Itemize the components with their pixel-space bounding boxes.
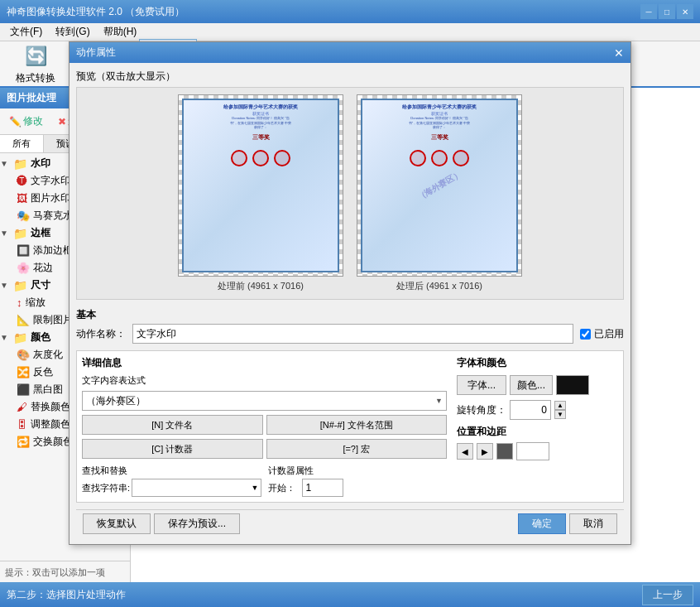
counter-row: 开始： (268, 479, 448, 497)
action-name-input[interactable] (132, 324, 573, 344)
enabled-checkbox[interactable] (580, 329, 591, 340)
right-section: 字体和颜色 字体... 颜色... 旋转角度： ▲ ▼ (457, 356, 618, 497)
img-watermark-icon: 🖼 (17, 192, 27, 205)
prev-step-button[interactable]: 上一步 (642, 585, 693, 605)
preview-section: 预览（双击放大显示） 给参加国际青少年艺术大赛的获奖 获奖证书 Donation… (76, 70, 624, 300)
hint-text: 提示：双击可以添加一项 (0, 563, 130, 582)
cancel-button[interactable]: 取消 (569, 513, 617, 534)
maximize-button[interactable]: □ (659, 4, 675, 19)
text-watermark-icon: 🅣 (17, 175, 27, 187)
seal-a2 (431, 150, 448, 166)
app-title: 神奇图像转换处理软件 2.0 （免费试用） (7, 5, 185, 19)
delete-icon: ✖ (58, 116, 66, 128)
start-value-input[interactable] (302, 479, 343, 497)
modal-body: 预览（双击放大显示） 给参加国际青少年艺术大赛的获奖 获奖证书 Donation… (70, 63, 630, 544)
folder-size-icon: 📁 (13, 279, 27, 292)
font-color-row: 字体... 颜色... (457, 375, 618, 395)
find-replace-section: 查找和替换 查找字符串: ▼ (82, 465, 261, 497)
color-label-btn: 颜色... (510, 375, 553, 395)
rotation-up-btn[interactable]: ▲ (554, 401, 566, 410)
btn-row-1: [N] 文件名 [N#-#] 文件名范围 (82, 415, 447, 435)
invert-icon: 🔀 (17, 366, 30, 378)
rotation-label: 旋转角度： (457, 403, 506, 417)
rotation-input[interactable] (510, 400, 551, 420)
find-input-row: 查找字符串: ▼ (82, 479, 261, 497)
expr-combo[interactable]: （海外赛区） ▼ (82, 391, 447, 411)
seal-a3 (453, 150, 469, 166)
pos-input[interactable] (516, 442, 549, 460)
watermark-overlay: （海外赛区） (415, 168, 464, 203)
modify-button[interactable]: ✏️ 修改 (3, 112, 49, 131)
toolbar-format-convert[interactable]: 🔄 格式转换 (7, 39, 65, 89)
limit-size-icon: 📐 (17, 314, 30, 326)
rotation-row: 旋转角度： ▲ ▼ (457, 400, 618, 420)
preview-label: 预览（双击放大显示） (76, 70, 624, 84)
seal-a1 (410, 150, 426, 166)
content-expr-label: 文字内容表达式 (82, 374, 447, 387)
expand-color-icon: ▼ (0, 333, 10, 342)
color-swatch[interactable] (556, 375, 589, 395)
seal-1 (231, 150, 247, 166)
expand-watermark-icon: ▼ (0, 159, 10, 168)
position-arrows: ◀ ▶ (457, 442, 618, 460)
expr-value: （海外赛区） (86, 394, 146, 408)
fr-counter-row: 查找和替换 查找字符串: ▼ 计数器属性 (82, 465, 447, 497)
hint-divider (0, 561, 130, 561)
add-border-icon: 🔲 (17, 244, 30, 257)
combo-arrow-icon: ▼ (435, 397, 443, 405)
tab-all[interactable]: 所有 (0, 135, 44, 152)
detail-section-title: 详细信息 (82, 356, 447, 370)
grayscale-icon: 🎨 (17, 349, 30, 361)
find-string-label: 查找字符串: (82, 482, 130, 494)
macro-btn[interactable]: [=?] 宏 (266, 439, 448, 459)
toolbar-format-label: 格式转换 (16, 71, 55, 85)
modal-overlay: 动作属性 ✕ 预览（双击放大显示） 给参加国际青少年艺术大赛的获奖 获奖证书 (0, 23, 700, 607)
folder-watermark-icon: 📁 (13, 157, 27, 171)
action-name-label: 动作名称： (76, 327, 126, 341)
after-image[interactable]: 给参加国际青少年艺术大赛的获奖 获奖证书 Donation Notes: 同学你… (357, 94, 522, 277)
rotation-spin-buttons: ▲ ▼ (554, 401, 566, 419)
basic-section: 基本 动作名称： 已启用 (76, 306, 624, 344)
position-section: 位置和边距 ◀ ▶ (457, 425, 618, 460)
enabled-checkbox-label[interactable]: 已启用 (580, 327, 624, 341)
bw-icon: ⬛ (17, 383, 30, 396)
pos-left-btn[interactable]: ◀ (457, 443, 473, 460)
swap-channel-icon: 🔁 (17, 436, 30, 448)
minimize-button[interactable]: ─ (640, 4, 657, 19)
modal-close-button[interactable]: ✕ (614, 46, 624, 60)
cert-award-text: 三等奖 (252, 133, 270, 142)
footer-right: 确定 取消 (518, 513, 617, 534)
counter-section-label: 计数器属性 (268, 465, 448, 477)
ok-button[interactable]: 确定 (518, 513, 566, 534)
seal-2 (252, 150, 269, 166)
pos-center-btn[interactable] (496, 443, 513, 460)
folder-color-icon: 📁 (13, 331, 27, 344)
save-preset-button[interactable]: 保存为预设... (154, 513, 240, 534)
status-bar: 第二步：选择图片处理动作 上一步 (0, 582, 700, 607)
basic-section-title: 基本 (76, 308, 624, 322)
before-caption: 处理前 (4961 x 7016) (218, 280, 304, 292)
counter-btn[interactable]: [C] 计数器 (82, 439, 263, 459)
footer-left: 恢复默认 保存为预设... (83, 513, 240, 534)
pos-right-btn[interactable]: ▶ (477, 443, 493, 460)
font-button[interactable]: 字体... (457, 375, 506, 395)
filename-range-btn[interactable]: [N#-#] 文件名范围 (266, 415, 448, 435)
floral-icon: 🌸 (17, 262, 30, 274)
mosaic-watermark-icon: 🎭 (17, 210, 30, 222)
after-image-container: 给参加国际青少年艺术大赛的获奖 获奖证书 Donation Notes: 同学你… (357, 94, 522, 292)
start-label: 开始： (268, 482, 295, 494)
cert-before: 给参加国际青少年艺术大赛的获奖 获奖证书 Donation Notes: 同学你… (182, 99, 339, 272)
expand-border-icon: ▼ (0, 229, 10, 238)
scale-icon: ↕ (17, 296, 22, 309)
find-combo[interactable]: ▼ (132, 479, 261, 497)
before-image[interactable]: 给参加国际青少年艺术大赛的获奖 获奖证书 Donation Notes: 同学你… (178, 94, 343, 277)
expand-size-icon: ▼ (0, 281, 10, 290)
replace-color-icon: 🖌 (17, 401, 27, 413)
folder-border-icon: 📁 (13, 227, 27, 240)
reset-button[interactable]: 恢复默认 (83, 513, 151, 534)
detail-section: 详细信息 文字内容表达式 （海外赛区） ▼ [N] 文件名 [N#-#] 文件名… (76, 350, 624, 503)
preview-images-container: 给参加国际青少年艺术大赛的获奖 获奖证书 Donation Notes: 同学你… (76, 87, 624, 300)
filename-btn[interactable]: [N] 文件名 (82, 415, 263, 435)
close-button[interactable]: ✕ (677, 4, 693, 19)
rotation-down-btn[interactable]: ▼ (554, 410, 566, 419)
